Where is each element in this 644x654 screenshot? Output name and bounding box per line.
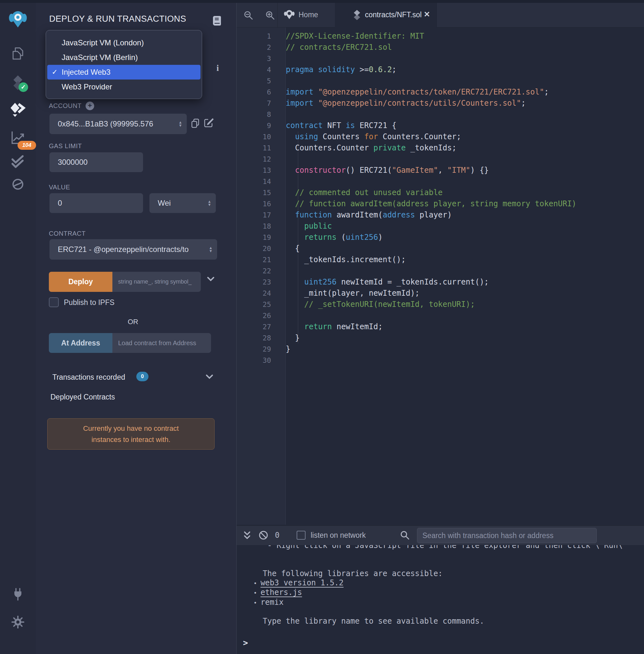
code-line[interactable]: 13 constructor() ERC721("GameItem", "ITM… [236,165,644,176]
terminal-toolbar: 0 listen on network [236,525,644,545]
deploy-args-input[interactable] [112,272,201,292]
at-address-button[interactable]: At Address [49,333,112,353]
chevron-down-icon[interactable] [207,276,214,281]
terminal-search-input[interactable] [417,528,597,543]
account-label: ACCOUNT [49,102,82,110]
tab-contracts-nft-sol[interactable]: contracts/NFT.sol ✕ [335,3,436,28]
line-number: 24 [236,288,286,299]
chevron-down-icon[interactable] [206,374,213,379]
or-divider-label: OR [49,318,217,326]
code-text: //SPDX-License-Identifier: MIT [286,31,424,42]
clear-terminal-icon[interactable] [258,530,269,540]
code-line[interactable]: 29} [236,344,644,355]
code-line[interactable]: 6import "@openzeppelin/contracts/token/E… [236,87,644,98]
code-line[interactable]: 22 [236,265,644,276]
code-line[interactable]: 28 } [236,333,644,344]
env-option[interactable]: JavaScript VM (London) [46,36,202,50]
code-text: // commented out unused variable [286,187,442,198]
code-line[interactable]: 16 // function awardItem(address player,… [236,198,644,209]
code-text: returns (uint256) [286,232,383,243]
code-line[interactable]: 5 [236,75,644,87]
stepper-icon[interactable]: ▲▼ [209,246,213,253]
sidebar-item-plugin-manager[interactable] [0,587,36,602]
sidebar-item-settings[interactable] [0,615,36,629]
value-unit: Wei [158,199,171,208]
code-line[interactable]: 21 _tokenIds.increment(); [236,254,644,265]
listen-network-checkbox[interactable] [297,531,305,540]
code-line[interactable]: 1//SPDX-License-Identifier: MIT [236,31,644,42]
close-icon[interactable]: ✕ [424,10,430,19]
zoom-out-icon[interactable] [244,10,253,20]
sidebar-item-solidity-compiler[interactable] [0,75,36,91]
publish-ipfs-checkbox[interactable] [49,297,59,307]
line-number: 19 [236,232,286,243]
env-option[interactable]: Web3 Provider [46,80,202,94]
gas-limit-value: 3000000 [58,158,88,167]
code-line[interactable]: 20 { [236,243,644,254]
code-line[interactable]: 23 uint256 newItemId = _tokenIds.current… [236,276,644,288]
code-line[interactable]: 3 [236,53,644,64]
code-line[interactable]: 27 return newItemId; [236,321,644,333]
line-number: 22 [236,265,286,276]
code-text: } [286,344,290,355]
code-line[interactable]: 14 [236,176,644,187]
code-line[interactable]: 26 [236,310,644,321]
contract-select[interactable]: ERC721 - @openzeppelin/contracts/to ▲▼ [49,239,217,260]
account-select[interactable]: 0x845...B1aB3 (999995.576 ▲▼ [49,114,187,134]
code-line[interactable]: 2// contracts/ERC721.sol [236,42,644,53]
expand-terminal-icon[interactable] [243,531,251,540]
code-line[interactable]: 4pragma solidity >=0.6.2; [236,64,644,75]
remix-logo[interactable] [0,9,36,29]
documentation-book-icon[interactable] [212,15,222,26]
copy-account-icon[interactable] [191,118,200,128]
stepper-icon[interactable]: ▲▼ [179,121,182,127]
code-line[interactable]: 11 Counters.Counter private _tokenIds; [236,142,644,154]
line-number: 17 [236,209,286,221]
env-option[interactable]: ✓Injected Web3 [47,65,201,80]
bullet-icon: • [254,579,260,588]
environment-info-icon[interactable]: i [216,63,219,73]
zoom-in-icon[interactable] [265,10,275,20]
at-address-input[interactable] [112,333,211,353]
code-line[interactable]: 30 [236,355,644,366]
line-number: 10 [236,131,286,142]
stepper-icon[interactable]: ▲▼ [208,200,211,206]
sidebar-item-debugger[interactable] [0,178,36,191]
code-line[interactable]: 19 returns (uint256) [236,232,644,243]
deploy-button[interactable]: Deploy [49,272,112,292]
terminal-prompt[interactable]: > [243,638,248,648]
code-line[interactable]: 12 [236,154,644,165]
contract-label: CONTRACT [49,230,86,237]
edit-account-icon[interactable] [204,117,214,128]
code-line[interactable]: 10 using Counters for Counters.Counter; [236,131,644,142]
add-account-icon[interactable]: + [86,102,94,110]
code-line[interactable]: 17 function awardItem(address player) [236,209,644,221]
terminal-output[interactable]: - Right click on a JavaScript file in th… [236,545,644,654]
terminal-link[interactable]: web3 version 1.5.2 [260,578,344,587]
gas-limit-input[interactable]: 3000000 [49,152,143,172]
line-number: 27 [236,321,286,333]
tab-home[interactable]: Home [299,10,318,19]
code-text: } [286,333,299,344]
terminal-link[interactable]: ethers.js [260,588,302,597]
sidebar-item-file-explorer[interactable] [0,47,36,62]
code-line[interactable]: 18 public [236,221,644,232]
value-input[interactable]: 0 [49,193,143,213]
terminal-line: The following libraries are accessible: [244,569,644,578]
code-line[interactable]: 25 // _setTokenURI(newItemId, tokenURI); [236,299,644,310]
sidebar-item-verified-badges[interactable] [0,155,36,168]
env-option[interactable]: JavaScript VM (Berlin) [46,50,202,65]
check-icon: ✓ [52,65,58,80]
line-number: 18 [236,221,286,232]
code-line[interactable]: 24 _mint(player, newItemId); [236,288,644,299]
code-line[interactable]: 7import "@openzeppelin/contracts/utils/C… [236,98,644,109]
code-line[interactable]: 15 // commented out unused variable [236,187,644,198]
warning-text: instances to interact with. [48,434,214,445]
code-editor[interactable]: 1//SPDX-License-Identifier: MIT2// contr… [236,31,644,366]
code-line[interactable]: 8 [236,109,644,120]
code-text: // contracts/ERC721.sol [286,42,392,53]
sidebar-item-deploy-run[interactable] [0,102,36,117]
value-unit-select[interactable]: Wei ▲▼ [150,193,216,213]
code-line[interactable]: 9contract NFT is ERC721 { [236,120,644,131]
solidity-file-icon [353,10,361,20]
